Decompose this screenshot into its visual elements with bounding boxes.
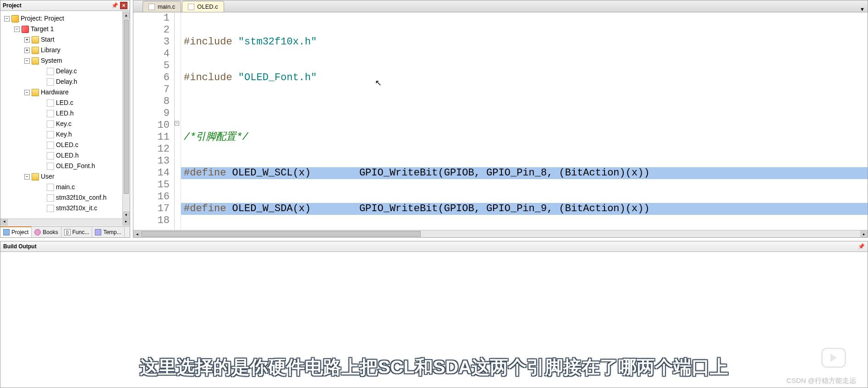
editor-tab-oled[interactable]: OLED.c <box>182 1 224 12</box>
tree-folder-hardware[interactable]: −Hardware <box>0 87 122 98</box>
file-icon <box>188 4 194 10</box>
scroll-right-icon[interactable]: ▸ <box>860 230 868 237</box>
file-icon <box>47 142 54 149</box>
tree-target[interactable]: −Target 1 <box>0 24 122 34</box>
tree-file[interactable]: Key.h <box>0 129 122 140</box>
expand-icon[interactable]: + <box>24 37 30 43</box>
tree-file[interactable]: stm32f10x_conf.h <box>0 192 122 203</box>
panel-tabs: Project Books {}Func... Temp... <box>0 226 130 237</box>
tree-label: Library <box>41 45 60 55</box>
file-icon <box>47 163 54 170</box>
code-content[interactable]: #include "stm32f10x.h" #include "OLED_Fo… <box>181 12 868 230</box>
fold-gutter[interactable]: − <box>175 12 181 230</box>
tree-label: stm32f10x_conf.h <box>56 192 107 203</box>
tab-label: Books <box>43 229 58 235</box>
file-icon <box>47 131 54 138</box>
tree-file[interactable]: OLED.h <box>0 150 122 161</box>
books-tab-icon <box>34 229 41 235</box>
folder-icon <box>32 47 39 54</box>
tree-label: stm32f10x_it.c <box>56 203 97 213</box>
tab-dropdown-icon[interactable]: ▼ <box>860 6 865 12</box>
panel-tab-books[interactable]: Books <box>32 227 61 237</box>
tree-label: Delay.c <box>56 66 77 77</box>
tree-label: Project: Project <box>21 13 64 24</box>
tree-folder-start[interactable]: +Start <box>0 34 122 45</box>
folder-icon <box>32 36 39 44</box>
code-editor[interactable]: 123456789101112131415161718 − #include "… <box>133 12 868 230</box>
file-icon <box>47 120 54 128</box>
file-icon <box>47 205 54 212</box>
video-watermark-logo <box>821 348 846 368</box>
fold-toggle-icon[interactable]: − <box>175 121 179 126</box>
panel-tab-templates[interactable]: Temp... <box>92 227 124 237</box>
tree-label: Key.c <box>56 119 71 129</box>
tree-folder-library[interactable]: +Library <box>0 45 122 55</box>
tree-hscrollbar[interactable]: ◂▸ <box>0 219 130 226</box>
build-output-panel: Build Output 📌 <box>0 241 868 388</box>
file-icon <box>47 68 54 75</box>
scrollbar-thumb[interactable] <box>141 231 421 237</box>
panel-tab-functions[interactable]: {}Func... <box>61 227 93 237</box>
templates-tab-icon <box>95 229 101 235</box>
tree-file[interactable]: stm32f10x_it.c <box>0 203 122 213</box>
file-icon <box>47 78 54 86</box>
collapse-icon[interactable]: − <box>24 90 30 95</box>
tree-file[interactable]: Delay.c <box>0 66 122 77</box>
tree-vscrollbar[interactable]: ▴▾ <box>122 11 130 219</box>
pin-icon[interactable]: 📌 <box>111 2 118 9</box>
tree-root[interactable]: −Project: Project <box>0 13 122 24</box>
build-output-titlebar: Build Output 📌 <box>0 241 868 252</box>
project-tree[interactable]: −Project: Project −Target 1 +Start +Libr… <box>0 11 122 219</box>
scroll-left-icon[interactable]: ◂ <box>133 230 141 237</box>
tree-file[interactable]: LED.h <box>0 108 122 119</box>
build-output-title: Build Output <box>3 243 37 250</box>
tab-label: Project <box>11 229 28 235</box>
tree-folder-user[interactable]: −User <box>0 171 122 182</box>
expand-icon[interactable]: + <box>24 48 30 53</box>
collapse-icon[interactable]: − <box>14 27 20 32</box>
collapse-icon[interactable]: − <box>24 58 30 64</box>
tree-label: Target 1 <box>31 24 54 34</box>
pin-icon[interactable]: 📌 <box>857 243 865 250</box>
editor-tab-main[interactable]: main.c <box>143 1 181 12</box>
project-panel-title: Project <box>3 2 22 9</box>
tab-label: OLED.c <box>197 3 218 10</box>
tree-label: main.c <box>56 182 75 192</box>
functions-tab-icon: {} <box>64 229 71 235</box>
line-number-gutter: 123456789101112131415161718 <box>133 12 175 230</box>
file-icon <box>47 99 54 107</box>
target-icon <box>22 26 29 33</box>
tree-label: Delay.h <box>56 77 77 87</box>
folder-icon <box>32 173 39 180</box>
tree-file[interactable]: Key.c <box>0 119 122 129</box>
file-icon <box>47 184 54 191</box>
tree-label: LED.h <box>56 108 74 119</box>
scrollbar-thumb[interactable] <box>124 20 129 194</box>
collapse-icon[interactable]: − <box>24 174 30 180</box>
panel-tab-project[interactable]: Project <box>0 226 32 237</box>
build-output-content[interactable] <box>0 251 868 388</box>
file-icon <box>47 152 54 159</box>
close-icon[interactable]: × <box>120 2 127 9</box>
editor-area: main.c OLED.c ▼ 123456789101112131415161… <box>133 0 868 238</box>
editor-hscrollbar[interactable]: ◂ ▸ <box>133 230 868 237</box>
project-icon <box>11 15 19 22</box>
project-panel: Project 📌 × −Project: Project −Target 1 … <box>0 0 130 238</box>
project-panel-titlebar: Project 📌 × <box>0 0 130 11</box>
tab-label: Temp... <box>103 229 121 235</box>
file-icon <box>47 194 54 202</box>
tree-label: LED.c <box>56 98 73 108</box>
tab-label: Func... <box>72 229 89 235</box>
tree-label: System <box>41 55 62 66</box>
tree-file[interactable]: LED.c <box>0 98 122 108</box>
folder-icon <box>32 57 39 65</box>
tree-file[interactable]: Delay.h <box>0 77 122 87</box>
tree-label: Hardware <box>41 87 69 98</box>
tree-file[interactable]: OLED.c <box>0 140 122 150</box>
file-icon <box>148 4 155 10</box>
tree-file[interactable]: main.c <box>0 182 122 192</box>
folder-icon <box>32 89 39 96</box>
tree-file[interactable]: OLED_Font.h <box>0 161 122 171</box>
tree-folder-system[interactable]: −System <box>0 55 122 66</box>
collapse-icon[interactable]: − <box>4 16 10 22</box>
